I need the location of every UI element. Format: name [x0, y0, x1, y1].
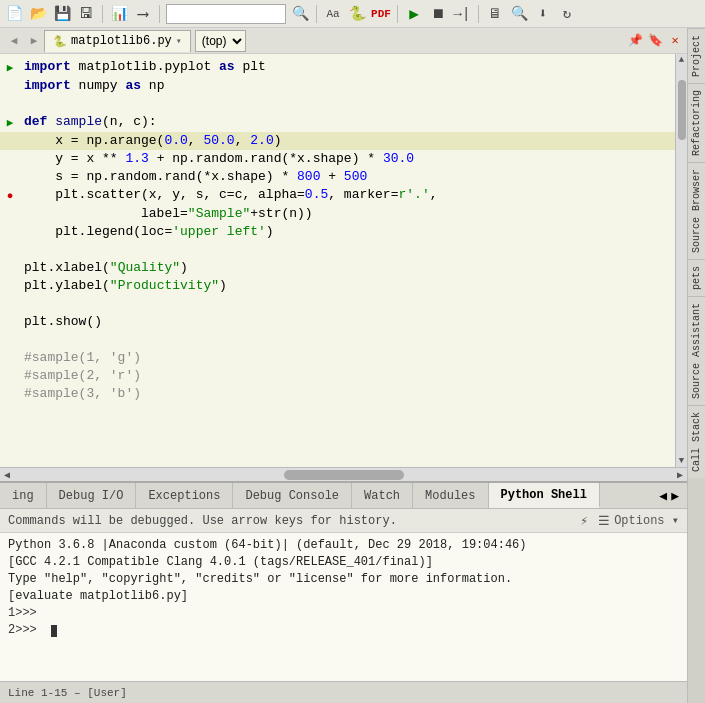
- gutter-12: [0, 259, 20, 260]
- console-output[interactable]: Python 3.6.8 |Anaconda custom (64-bit)| …: [0, 533, 687, 681]
- console-line-2: [GCC 4.2.1 Compatible Clang 4.0.1 (tags/…: [8, 554, 679, 571]
- save-icon[interactable]: 💾: [52, 4, 72, 24]
- horizontal-scrollbar[interactable]: ◀ ▶: [0, 467, 687, 481]
- options-button[interactable]: Options ▾: [614, 513, 679, 528]
- code-line-8: ● plt.scatter(x, y, s, c=c, alpha=0.5, m…: [0, 186, 675, 205]
- code-line-14: [0, 295, 675, 313]
- h-scroll-thumb[interactable]: [284, 470, 404, 480]
- code-content-6: y = x ** 1.3 + np.random.rand(*x.shape) …: [20, 150, 675, 168]
- code-content-12: plt.xlabel("Quality"): [20, 259, 675, 277]
- nav-forward-icon[interactable]: ▶: [24, 31, 44, 51]
- status-bar: Line 1-15 – [User]: [0, 681, 687, 703]
- gutter-4: ▶: [0, 113, 20, 132]
- code-line-16: [0, 331, 675, 349]
- tab-debug-io[interactable]: Debug I/O: [47, 483, 137, 508]
- file-tab-name: matplotlib6.py: [71, 34, 172, 48]
- search-input[interactable]: [166, 4, 286, 24]
- run-icon[interactable]: ▶: [404, 4, 424, 24]
- status-text: Line 1-15 – [User]: [8, 687, 127, 699]
- prev-tab-icon[interactable]: ◀: [659, 488, 667, 504]
- close-tab-button[interactable]: ✕: [667, 33, 683, 49]
- sidebar-source-assistant[interactable]: Source Assistant: [688, 296, 705, 405]
- code-line-17: #sample(1, 'g'): [0, 349, 675, 367]
- vertical-scrollbar[interactable]: ▲ ▼: [675, 54, 687, 467]
- snake-icon[interactable]: 🐍: [347, 4, 367, 24]
- download-icon[interactable]: ⬇: [533, 4, 553, 24]
- tab-controls: 📌 🔖 ✕: [627, 33, 683, 49]
- h-scroll-left-icon[interactable]: ◀: [0, 468, 14, 482]
- pdf-icon[interactable]: PDF: [371, 4, 391, 24]
- code-content-8: plt.scatter(x, y, s, c=c, alpha=0.5, mar…: [20, 186, 675, 204]
- gutter-15: [0, 313, 20, 314]
- scroll-down-icon[interactable]: ▼: [676, 455, 688, 467]
- scope-select[interactable]: (top): [195, 30, 246, 52]
- code-content-1: import matplotlib.pyplot as plt: [20, 58, 675, 76]
- search-icon[interactable]: 🔍: [290, 4, 310, 24]
- tab-watch[interactable]: Watch: [352, 483, 413, 508]
- sep2: [159, 5, 160, 23]
- code-line-13: plt.ylabel("Productivity"): [0, 277, 675, 295]
- scroll-up-icon[interactable]: ▲: [676, 54, 688, 66]
- center-column: ◀ ▶ 🐍 matplotlib6.py ▾ (top) 📌 🔖 ✕ ▶: [0, 28, 687, 703]
- scroll-thumb[interactable]: [678, 80, 686, 140]
- step-in-icon[interactable]: →|: [452, 4, 472, 24]
- file-tab-matplotlib[interactable]: 🐍 matplotlib6.py ▾: [44, 30, 191, 52]
- code-content-11: [20, 241, 675, 259]
- prompt-2-label: 2>>>: [8, 623, 37, 637]
- tab-exceptions[interactable]: Exceptions: [136, 483, 233, 508]
- code-content-3: [20, 95, 675, 113]
- bottom-panel: ing Debug I/O Exceptions Debug Console W…: [0, 481, 687, 681]
- sidebar-source-browser[interactable]: Source Browser: [688, 162, 705, 259]
- sidebar-pets[interactable]: pets: [688, 259, 705, 296]
- open-icon[interactable]: 📂: [28, 4, 48, 24]
- console-line-3: Type "help", "copyright", "credits" or "…: [8, 571, 679, 588]
- console-prompt-2: 2>>>: [8, 622, 679, 639]
- sidebar-project[interactable]: Project: [688, 28, 705, 83]
- step-icon[interactable]: ⟶: [133, 4, 153, 24]
- tab-panel-controls: ◀ ▶: [651, 488, 687, 504]
- code-line-19: #sample(3, 'b'): [0, 385, 675, 403]
- new-file-icon[interactable]: 📄: [4, 4, 24, 24]
- tab-debug-console[interactable]: Debug Console: [233, 483, 352, 508]
- file-tabs-bar: ◀ ▶ 🐍 matplotlib6.py ▾ (top) 📌 🔖 ✕: [0, 28, 687, 54]
- tab-ing[interactable]: ing: [0, 483, 47, 508]
- sidebar-refactoring[interactable]: Refactoring: [688, 83, 705, 162]
- cursor: [51, 625, 57, 637]
- stop-icon[interactable]: ⏹: [428, 4, 448, 24]
- gutter-16: [0, 331, 20, 332]
- bug-icon[interactable]: ⚡: [574, 511, 594, 531]
- code-line-18: #sample(2, 'r'): [0, 367, 675, 385]
- code-line-5: x = np.arange(0.0, 50.0, 2.0): [0, 132, 675, 150]
- chart-icon[interactable]: 📊: [109, 4, 129, 24]
- code-content-9: label="Sample"+str(n)): [20, 205, 675, 223]
- bookmark-button[interactable]: 🔖: [647, 33, 663, 49]
- console-line-1: Python 3.6.8 |Anaconda custom (64-bit)| …: [8, 537, 679, 554]
- code-editor[interactable]: ▶ import matplotlib.pyplot as plt import…: [0, 54, 675, 467]
- gutter-11: [0, 241, 20, 242]
- monitor-icon[interactable]: 🖥: [485, 4, 505, 24]
- spell-icon[interactable]: Aa: [323, 4, 343, 24]
- python-file-icon: 🐍: [53, 35, 67, 48]
- save-all-icon[interactable]: 🖫: [76, 4, 96, 24]
- h-scroll-right-icon[interactable]: ▶: [673, 468, 687, 482]
- code-content-7: s = np.random.rand(*x.shape) * 800 + 500: [20, 168, 675, 186]
- magnify-icon[interactable]: 🔍: [509, 4, 529, 24]
- sidebar-call-stack[interactable]: Call Stack: [688, 405, 705, 478]
- pin-button[interactable]: 📌: [627, 33, 643, 49]
- list-icon[interactable]: ☰: [594, 511, 614, 531]
- gutter-7: [0, 168, 20, 169]
- next-tab-icon[interactable]: ▶: [671, 488, 679, 504]
- console-help-text: Commands will be debugged. Use arrow key…: [8, 514, 574, 528]
- nav-back-icon[interactable]: ◀: [4, 31, 24, 51]
- gutter-1: ▶: [0, 58, 20, 77]
- gutter-14: [0, 295, 20, 296]
- code-content-4: def sample(n, c):: [20, 113, 675, 131]
- refresh-icon[interactable]: ↻: [557, 4, 577, 24]
- tab-modules[interactable]: Modules: [413, 483, 488, 508]
- sep3: [316, 5, 317, 23]
- file-tab-dropdown-icon[interactable]: ▾: [176, 35, 182, 47]
- tab-python-shell[interactable]: Python Shell: [489, 483, 600, 508]
- prompt-1-label: 1>>>: [8, 606, 37, 620]
- gutter-18: [0, 367, 20, 368]
- sep4: [397, 5, 398, 23]
